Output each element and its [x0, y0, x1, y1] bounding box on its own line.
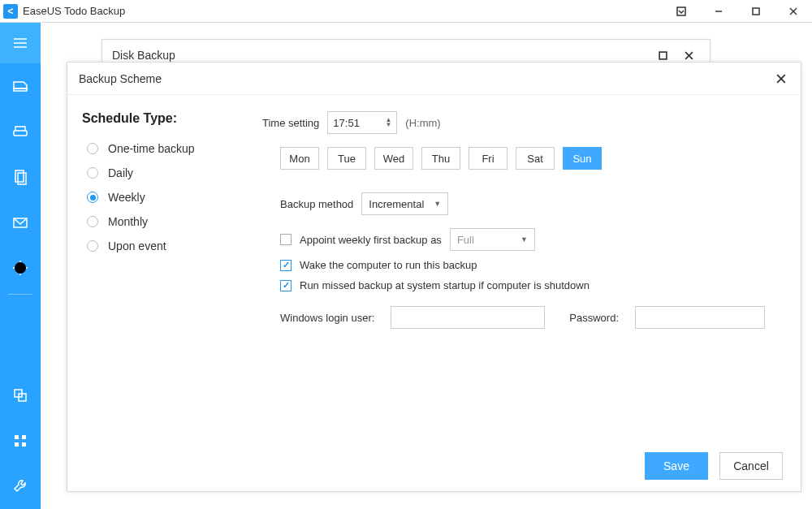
- file-backup-icon[interactable]: [0, 154, 41, 200]
- svg-rect-0: [677, 7, 685, 15]
- svg-rect-22: [22, 435, 26, 439]
- save-button[interactable]: Save: [645, 452, 708, 480]
- svg-rect-24: [22, 442, 26, 446]
- svg-rect-21: [15, 435, 19, 439]
- titlebar: < EaseUS Todo Backup: [0, 0, 812, 23]
- appoint-select[interactable]: Full ▼: [450, 228, 535, 251]
- schedule-radio-daily[interactable]: Daily: [82, 163, 240, 183]
- svg-rect-25: [659, 52, 667, 59]
- day-sun[interactable]: Sun: [563, 147, 602, 170]
- day-selector: Mon Tue Wed Thu Fri Sat Sun: [280, 147, 778, 170]
- schedule-type-heading: Schedule Type:: [82, 111, 240, 126]
- run-missed-checkbox[interactable]: [280, 280, 292, 291]
- radio-label: Monthly: [108, 215, 148, 228]
- password-input[interactable]: [635, 306, 765, 329]
- maximize-button[interactable]: [737, 0, 775, 23]
- clone-icon[interactable]: [0, 373, 41, 418]
- backup-method-select[interactable]: Incremental ▼: [361, 192, 448, 215]
- radio-icon: [87, 240, 98, 252]
- radio-label: Daily: [108, 166, 133, 179]
- titlebar-dropdown-button[interactable]: [663, 0, 700, 23]
- day-sat[interactable]: Sat: [516, 147, 555, 170]
- svg-point-14: [19, 266, 22, 270]
- radio-icon: [87, 192, 98, 203]
- close-button[interactable]: [775, 0, 812, 23]
- radio-label: Upon event: [108, 239, 166, 252]
- svg-rect-10: [15, 170, 24, 182]
- appoint-checkbox[interactable]: [280, 234, 292, 245]
- appoint-value: Full: [457, 234, 474, 246]
- run-missed-row: Run missed backup at system startup if c…: [280, 279, 778, 291]
- backup-method-label: Backup method: [280, 198, 353, 210]
- wake-label: Wake the computer to run this backup: [300, 259, 477, 271]
- app-title: EaseUS Todo Backup: [23, 5, 125, 17]
- backup-method-value: Incremental: [369, 198, 424, 210]
- wake-computer-row: Wake the computer to run this backup: [280, 259, 778, 271]
- day-fri[interactable]: Fri: [469, 147, 508, 170]
- svg-rect-9: [14, 131, 27, 136]
- login-user-input[interactable]: [391, 306, 545, 329]
- login-user-label: Windows login user:: [280, 312, 374, 324]
- wake-checkbox[interactable]: [280, 260, 292, 271]
- caret-down-icon: ▼: [520, 235, 528, 244]
- spinner-icon[interactable]: ▲▼: [385, 118, 391, 127]
- radio-icon: [87, 216, 98, 227]
- schedule-radio-upon-event[interactable]: Upon event: [82, 236, 240, 256]
- sidebar: [0, 23, 41, 509]
- schedule-radio-monthly[interactable]: Monthly: [82, 212, 240, 231]
- appoint-label: Appoint weekly first backup as: [300, 234, 442, 246]
- tools-icon[interactable]: [0, 418, 41, 464]
- radio-icon: [87, 167, 98, 179]
- day-thu[interactable]: Thu: [421, 147, 460, 170]
- day-wed[interactable]: Wed: [374, 147, 413, 170]
- schedule-radio-one-time[interactable]: One-time backup: [82, 139, 240, 158]
- time-hint: (H:mm): [405, 117, 440, 129]
- caret-down-icon: ▼: [434, 200, 441, 208]
- time-value: 17:51: [333, 117, 360, 129]
- day-mon[interactable]: Mon: [280, 147, 319, 170]
- disk-backup-icon[interactable]: [0, 63, 41, 109]
- backup-scheme-modal: Backup Scheme Schedule Type: One-time ba…: [67, 62, 801, 492]
- appoint-first-backup-row: Appoint weekly first backup as Full ▼: [280, 228, 778, 251]
- menu-button[interactable]: [0, 23, 41, 63]
- mail-backup-icon[interactable]: [0, 200, 41, 245]
- time-setting-label: Time setting: [262, 117, 319, 129]
- cancel-button[interactable]: Cancel: [719, 452, 783, 480]
- radio-label: Weekly: [108, 191, 145, 204]
- radio-icon: [87, 143, 98, 154]
- minimize-button[interactable]: [700, 0, 737, 23]
- password-label: Password:: [569, 312, 619, 324]
- svg-rect-11: [18, 173, 26, 184]
- radio-label: One-time backup: [108, 142, 195, 155]
- modal-title: Backup Scheme: [79, 72, 162, 85]
- smart-backup-icon[interactable]: [0, 245, 41, 291]
- modal-close-button[interactable]: [773, 71, 789, 87]
- svg-rect-2: [753, 8, 759, 15]
- run-missed-label: Run missed backup at system startup if c…: [300, 279, 590, 291]
- app-logo: <: [3, 4, 18, 19]
- settings-icon[interactable]: [0, 464, 41, 509]
- svg-rect-23: [15, 442, 19, 446]
- disk-backup-title: Disk Backup: [112, 49, 175, 62]
- system-backup-icon[interactable]: [0, 109, 41, 154]
- time-setting-input[interactable]: 17:51 ▲▼: [327, 111, 397, 134]
- day-tue[interactable]: Tue: [327, 147, 366, 170]
- svg-rect-8: [14, 88, 27, 91]
- schedule-radio-weekly[interactable]: Weekly: [82, 188, 240, 207]
